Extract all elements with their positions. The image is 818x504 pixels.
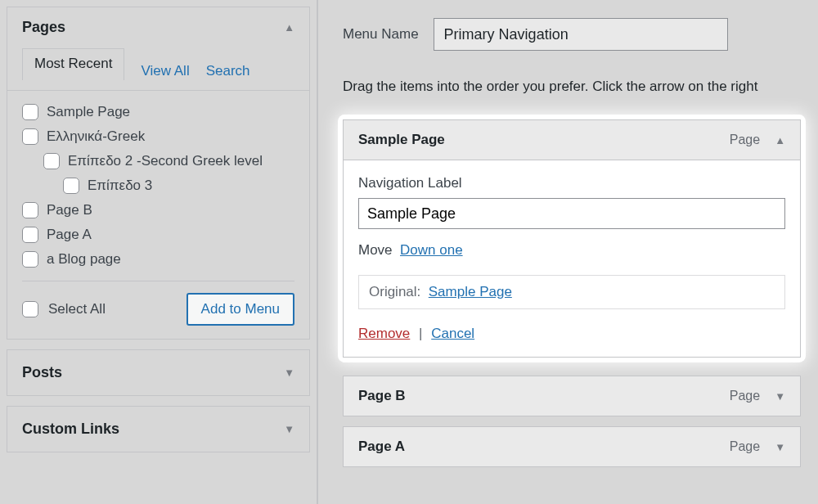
- metabox-custom-links: Custom Links ▼: [7, 406, 310, 452]
- menu-item-type: Page: [730, 439, 760, 454]
- menu-name-input[interactable]: [434, 18, 728, 51]
- checkbox-icon[interactable]: [22, 104, 38, 120]
- add-to-menu-button[interactable]: Add to Menu: [187, 293, 294, 326]
- menu-item-type: Page: [730, 389, 760, 403]
- metabox-custom-links-title: Custom Links: [22, 421, 119, 438]
- move-down-link[interactable]: Down one: [400, 242, 463, 258]
- action-divider: |: [419, 326, 422, 341]
- menu-name-label: Menu Name: [343, 26, 419, 43]
- chevron-up-icon: ▲: [775, 134, 785, 146]
- original-link[interactable]: Sample Page: [429, 284, 512, 299]
- move-row: Move Down one: [358, 242, 785, 259]
- select-all-label: Select All: [48, 301, 106, 317]
- menu-name-row: Menu Name: [318, 0, 818, 67]
- checkbox-icon[interactable]: [22, 301, 38, 317]
- checkbox-icon[interactable]: [22, 202, 38, 218]
- page-item[interactable]: Ελληνικά-Greek: [22, 128, 294, 145]
- page-item-label: Επίπεδο 2 -Second Greek level: [68, 153, 263, 169]
- checkbox-icon[interactable]: [63, 178, 79, 194]
- pages-tabs: Most Recent View All Search: [22, 47, 294, 79]
- page-item[interactable]: Page A: [22, 227, 294, 243]
- original-box: Original: Sample Page: [358, 275, 785, 309]
- page-item-label: a Blog page: [47, 251, 121, 268]
- tab-most-recent[interactable]: Most Recent: [22, 48, 124, 80]
- menu-item-page-b: Page B Page ▼: [343, 376, 801, 416]
- nav-label-field-label: Navigation Label: [358, 175, 785, 191]
- pages-checklist: Sample Page Ελληνικά-Greek Επίπεδο 2 -Se…: [22, 104, 294, 268]
- menu-item-toggle[interactable]: Page A Page ▼: [343, 426, 801, 467]
- page-item-label: Page B: [47, 202, 92, 218]
- metabox-custom-links-toggle[interactable]: Custom Links ▼: [7, 407, 309, 452]
- page-item-label: Page A: [47, 227, 92, 243]
- page-item[interactable]: Επίπεδο 3: [63, 178, 294, 194]
- menu-item-title: Page B: [358, 388, 406, 404]
- menu-item-title: Page A: [358, 439, 405, 455]
- page-item-label: Sample Page: [47, 104, 130, 120]
- metabox-posts: Posts ▼: [7, 349, 310, 396]
- checkbox-icon[interactable]: [43, 153, 60, 169]
- tab-search[interactable]: Search: [206, 63, 250, 79]
- nav-label-input[interactable]: [358, 198, 785, 229]
- cancel-link[interactable]: Cancel: [431, 326, 474, 341]
- chevron-down-icon: ▼: [775, 390, 785, 403]
- tab-view-all[interactable]: View All: [141, 63, 189, 79]
- select-all-toggle[interactable]: Select All: [22, 301, 106, 317]
- menu-item-page-a: Page A Page ▼: [343, 426, 801, 467]
- remove-link[interactable]: Remove: [358, 326, 410, 341]
- page-item[interactable]: Sample Page: [22, 104, 294, 120]
- page-item[interactable]: a Blog page: [22, 251, 294, 268]
- chevron-down-icon: ▼: [284, 367, 294, 379]
- checkbox-icon[interactable]: [22, 251, 38, 268]
- menu-item-sample-page: Sample Page Page ▲ Navigation Label Move…: [343, 119, 801, 358]
- menu-item-toggle[interactable]: Sample Page Page ▲: [343, 119, 801, 160]
- page-item-label: Επίπεδο 3: [88, 178, 152, 194]
- menu-item-type: Page: [730, 133, 760, 147]
- metabox-posts-title: Posts: [22, 364, 62, 381]
- menu-item-title: Sample Page: [358, 132, 445, 148]
- chevron-up-icon: ▲: [284, 21, 294, 34]
- metabox-pages-title: Pages: [22, 19, 65, 36]
- checkbox-icon[interactable]: [22, 227, 38, 243]
- metabox-pages-toggle[interactable]: Pages ▲: [7, 7, 309, 47]
- chevron-down-icon: ▼: [284, 423, 294, 435]
- page-item-label: Ελληνικά-Greek: [47, 128, 145, 145]
- menu-instructions: Drag the items into the order you prefer…: [318, 67, 818, 113]
- page-item[interactable]: Επίπεδο 2 -Second Greek level: [43, 153, 294, 169]
- move-label: Move: [358, 242, 393, 258]
- chevron-down-icon: ▼: [775, 441, 785, 453]
- page-item[interactable]: Page B: [22, 202, 294, 218]
- metabox-posts-toggle[interactable]: Posts ▼: [7, 350, 309, 395]
- checkbox-icon[interactable]: [22, 128, 38, 145]
- menu-item-toggle[interactable]: Page B Page ▼: [343, 376, 801, 416]
- original-label: Original:: [369, 284, 420, 299]
- metabox-pages: Pages ▲ Most Recent View All Search Samp…: [7, 7, 310, 340]
